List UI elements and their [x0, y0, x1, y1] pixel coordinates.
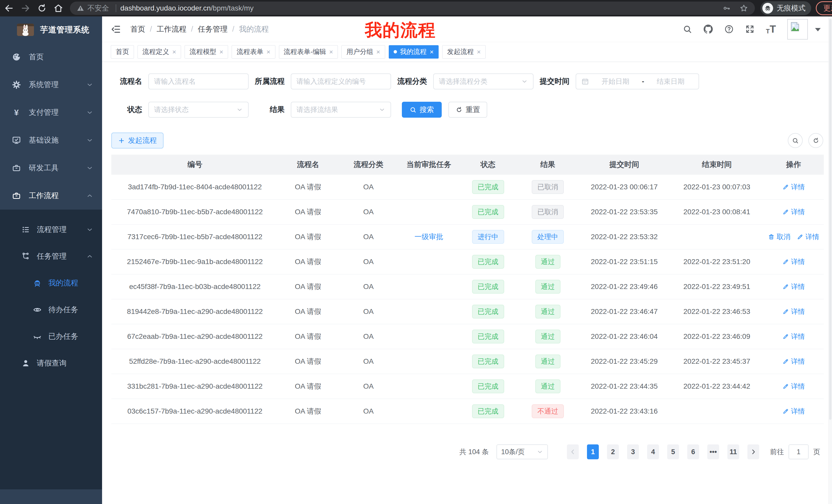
- address-bar[interactable]: 不安全 dashboard.yudao.iocoder.cn/bpm/task/…: [70, 2, 755, 15]
- category-select[interactable]: 请选择流程分类: [433, 74, 534, 89]
- sidebar-subitem-5[interactable]: 请假查询: [0, 350, 102, 376]
- end-date-placeholder[interactable]: 结束日期: [648, 77, 694, 86]
- detail-link[interactable]: 详情: [782, 382, 805, 391]
- tab-流程表单[interactable]: 流程表单×: [232, 45, 275, 59]
- detail-link[interactable]: 详情: [782, 207, 805, 217]
- app-logo-row[interactable]: 芋道管理系统: [0, 17, 102, 43]
- sidebar-subitem-1[interactable]: 任务管理: [0, 243, 102, 270]
- collapse-sidebar-icon[interactable]: [111, 24, 121, 34]
- sidebar-item-5[interactable]: 工作流程: [0, 182, 102, 209]
- github-icon[interactable]: [703, 24, 713, 34]
- page-button-4[interactable]: 4: [647, 444, 659, 459]
- search-button[interactable]: 搜索: [402, 102, 442, 118]
- detail-link[interactable]: 详情: [782, 357, 805, 366]
- back-icon[interactable]: [4, 3, 14, 13]
- help-icon[interactable]: [724, 24, 734, 34]
- sidebar-item-4[interactable]: 研发工具: [0, 154, 102, 182]
- close-icon[interactable]: ×: [430, 49, 434, 55]
- cancel-link[interactable]: 取消: [768, 232, 790, 242]
- page-button-6[interactable]: 6: [687, 444, 699, 459]
- breadcrumb-item[interactable]: 工作流程: [157, 24, 186, 34]
- tab-label: 首页: [116, 47, 129, 56]
- sidebar-item-0[interactable]: 首页: [0, 43, 102, 71]
- key-icon[interactable]: [723, 4, 731, 12]
- result-select[interactable]: 请选择流结果: [291, 102, 391, 118]
- pen-icon: [782, 308, 789, 315]
- page-button-2[interactable]: 2: [607, 444, 619, 459]
- scrollbar-thumb[interactable]: [829, 19, 831, 420]
- browser-chrome: 不安全 dashboard.yudao.iocoder.cn/bpm/task/…: [0, 0, 832, 17]
- search-icon[interactable]: [683, 24, 692, 34]
- action-label: 详情: [791, 282, 805, 291]
- detail-link[interactable]: 详情: [782, 307, 805, 316]
- refresh-table-button[interactable]: [808, 133, 823, 148]
- breadcrumb-item[interactable]: 首页: [130, 24, 145, 34]
- prev-page-button[interactable]: [567, 444, 579, 459]
- submit-time-range-picker[interactable]: 开始日期 - 结束日期: [576, 74, 699, 89]
- breadcrumb-item[interactable]: 任务管理: [198, 24, 228, 34]
- process-definition-input-field[interactable]: [296, 78, 385, 86]
- page-button-1[interactable]: 1: [587, 444, 599, 459]
- cell-id: 7317cec6-7b9b-11ec-b5b7-acde48001122: [111, 233, 279, 241]
- next-page-button[interactable]: [747, 444, 759, 459]
- page-size-select[interactable]: 10条/页: [496, 444, 548, 459]
- current-task-link[interactable]: 一级审批: [414, 232, 443, 242]
- sidebar-subitem-3[interactable]: 待办任务: [0, 297, 102, 323]
- process-name-input[interactable]: [148, 74, 249, 89]
- status-select[interactable]: 请选择状态: [148, 102, 249, 118]
- tab-首页[interactable]: 首页: [111, 45, 134, 59]
- close-icon[interactable]: ×: [266, 49, 270, 55]
- start-process-button[interactable]: 发起流程: [111, 133, 163, 148]
- avatar[interactable]: [787, 19, 808, 39]
- avatar-dropdown-icon[interactable]: [815, 28, 821, 34]
- close-icon[interactable]: ×: [219, 49, 223, 55]
- detail-link[interactable]: 详情: [782, 257, 805, 267]
- tab-用户分组[interactable]: 用户分组×: [341, 45, 385, 59]
- detail-link[interactable]: 详情: [782, 332, 805, 341]
- show-search-toggle-button[interactable]: [788, 133, 803, 148]
- bookmark-star-icon[interactable]: [739, 4, 748, 12]
- detail-link[interactable]: 详情: [782, 183, 805, 192]
- more-pages-button[interactable]: •••: [707, 444, 719, 459]
- page-button-5[interactable]: 5: [667, 444, 679, 459]
- tab-流程模型[interactable]: 流程模型×: [185, 45, 228, 59]
- sidebar-item-1[interactable]: 系统管理: [0, 71, 102, 99]
- close-icon[interactable]: ×: [376, 49, 380, 55]
- scrollbar[interactable]: [828, 17, 832, 504]
- detail-link[interactable]: 详情: [797, 232, 820, 242]
- tab-发起流程[interactable]: 发起流程×: [442, 45, 486, 59]
- fullscreen-icon[interactable]: [745, 24, 755, 34]
- close-icon[interactable]: ×: [329, 49, 333, 55]
- detail-link[interactable]: 详情: [782, 282, 805, 291]
- forward-icon[interactable]: [21, 3, 30, 13]
- action-label: 取消: [777, 232, 790, 242]
- goto-page-input[interactable]: [788, 444, 809, 459]
- process-name-input-field[interactable]: [154, 78, 243, 86]
- tab-流程定义[interactable]: 流程定义×: [137, 45, 181, 59]
- end-time: 2022-01-23 00:08:41: [683, 208, 750, 216]
- sidebar-subitem-2[interactable]: 我的流程: [0, 270, 102, 297]
- reset-button[interactable]: 重置: [448, 102, 487, 118]
- sidebar-submenu: 流程管理任务管理我的流程待办任务已办任务请假查询: [0, 209, 102, 489]
- sidebar-item-2[interactable]: ¥支付管理: [0, 99, 102, 127]
- process-definition-input[interactable]: [291, 74, 391, 89]
- home-icon[interactable]: [53, 3, 63, 13]
- cell-submit-time: 2022-01-22 23:49:46: [578, 283, 671, 291]
- detail-link[interactable]: 详情: [782, 407, 805, 416]
- close-icon[interactable]: ×: [172, 49, 176, 55]
- tab-流程表单-编辑[interactable]: 流程表单-编辑×: [279, 45, 338, 59]
- page-button-3[interactable]: 3: [627, 444, 639, 459]
- start-date-placeholder[interactable]: 开始日期: [593, 77, 639, 86]
- process-id: 2152467e-7b9b-11ec-9a1b-acde48001122: [127, 258, 263, 266]
- page-button-11[interactable]: 11: [727, 444, 739, 459]
- update-button[interactable]: 更新: [816, 1, 832, 15]
- sidebar-item-3[interactable]: 基础设施: [0, 127, 102, 154]
- process-id: 331bc281-7b9a-11ec-a290-acde48001122: [127, 382, 263, 390]
- close-icon[interactable]: ×: [477, 49, 481, 55]
- font-size-icon[interactable]: TT: [766, 23, 776, 35]
- reload-icon[interactable]: [37, 3, 47, 13]
- tab-我的流程[interactable]: 我的流程×: [389, 45, 439, 59]
- sidebar-subitem-4[interactable]: 已办任务: [0, 323, 102, 350]
- cell-submit-time: 2022-01-22 23:53:32: [578, 233, 671, 241]
- sidebar-subitem-0[interactable]: 流程管理: [0, 216, 102, 243]
